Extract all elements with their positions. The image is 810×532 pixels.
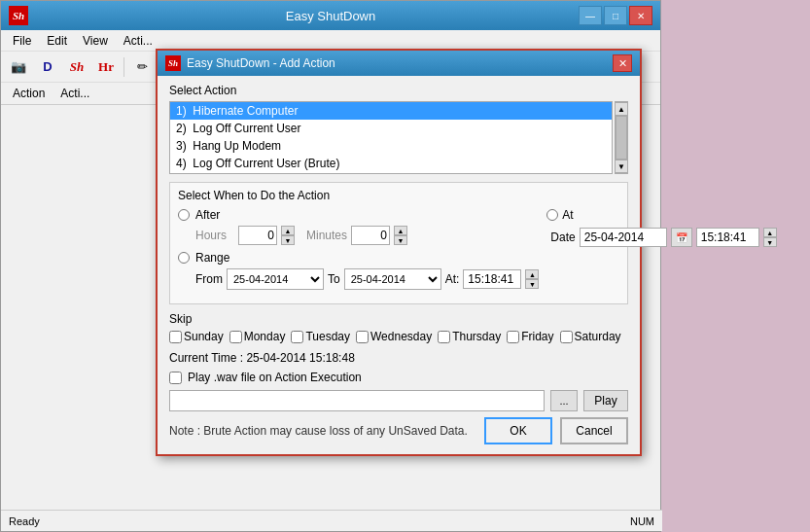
thursday-checkbox[interactable] (438, 331, 450, 343)
scrollbar-down[interactable]: ▼ (615, 160, 628, 173)
action-item-3[interactable]: 3) Hang Up Modem (170, 137, 612, 155)
friday-text: Friday (521, 330, 553, 343)
from-label: From (195, 272, 223, 286)
at-date-input[interactable] (580, 228, 667, 247)
dialog-btn-group: OK Cancel (484, 417, 628, 444)
range-time-input[interactable] (463, 269, 521, 289)
hours-input[interactable] (238, 226, 277, 245)
range-from-select[interactable]: 25-04-2014 (227, 268, 324, 290)
toolbar-btn-hr[interactable]: Hr (92, 54, 120, 80)
wav-browse-button[interactable]: ... (550, 390, 578, 411)
minimize-button[interactable]: — (579, 6, 602, 25)
note-text: Note : Brute Action may cause loss of an… (169, 424, 468, 438)
sunday-text: Sunday (184, 330, 224, 343)
ok-button[interactable]: OK (484, 417, 552, 444)
dialog-titlebar: Sh Easy ShutDown - Add Action ✕ (158, 51, 640, 76)
action-item-2[interactable]: 2) Log Off Current User (170, 120, 612, 137)
range-to-select[interactable]: 25-04-2014 (344, 268, 441, 290)
toolbar-btn-sh[interactable]: Sh (63, 54, 90, 80)
main-titlebar: Sh Easy ShutDown — □ ✕ (1, 1, 660, 30)
maximize-button[interactable]: □ (604, 6, 627, 25)
minutes-down[interactable]: ▼ (394, 235, 407, 245)
friday-checkbox[interactable] (507, 331, 519, 343)
action-item-5[interactable]: 5) Hibernate and Resume (170, 172, 612, 174)
select-action-label: Select Action (169, 84, 628, 97)
at-date-calendar-btn[interactable]: 📅 (671, 228, 692, 247)
toolbar-btn-edit[interactable]: ✏ (128, 54, 156, 80)
saturday-checkbox[interactable] (560, 331, 573, 343)
status-bar: Ready NUM (1, 510, 662, 531)
action-item-3-num: 3) (176, 139, 187, 153)
dialog-app-icon: Sh (165, 55, 181, 71)
list-header-action: Action (5, 85, 53, 102)
wav-file-row: ... Play (169, 390, 628, 411)
dialog-close-button[interactable]: ✕ (613, 54, 632, 72)
dialog-body: Select Action 1) Hibernate Computer 2) L… (158, 76, 640, 454)
wav-checkbox[interactable] (169, 372, 182, 384)
after-row: Hours ▲ ▼ Minutes ▲ ▼ (178, 226, 539, 245)
hours-up[interactable]: ▲ (281, 226, 295, 235)
menu-action[interactable]: Acti... (116, 32, 160, 50)
range-time-spinner: ▲ ▼ (525, 269, 539, 289)
at-time-down[interactable]: ▼ (763, 237, 777, 247)
wednesday-text: Wednesday (370, 330, 432, 343)
main-titlebar-left: Sh (9, 6, 28, 25)
range-radio-row: Range (178, 251, 539, 265)
toolbar-btn-d[interactable]: D (34, 54, 61, 80)
hours-down[interactable]: ▼ (281, 235, 295, 245)
at-time-input[interactable] (696, 228, 759, 247)
action-item-1-num: 1) (176, 104, 187, 118)
wav-file-input[interactable] (169, 390, 545, 411)
menu-file[interactable]: File (5, 32, 39, 50)
scrollbar-up[interactable]: ▲ (615, 102, 628, 116)
menu-view[interactable]: View (75, 32, 116, 50)
hours-spinner: ▲ ▼ (281, 226, 295, 245)
range-time-up[interactable]: ▲ (525, 269, 539, 279)
monday-label: Monday (229, 330, 286, 343)
when-right-col: At Date 📅 ▲ ▼ (546, 208, 776, 247)
after-label: After (195, 208, 220, 222)
note-btn-row: Note : Brute Action may cause loss of an… (169, 417, 628, 444)
date-label: Date (550, 231, 575, 244)
at-time-up[interactable]: ▲ (763, 228, 777, 237)
scrollbar-thumb[interactable] (616, 116, 627, 160)
close-button[interactable]: ✕ (629, 6, 652, 25)
sunday-label: Sunday (169, 330, 224, 343)
range-time-down[interactable]: ▼ (525, 279, 539, 289)
sunday-checkbox[interactable] (169, 331, 182, 343)
at-label: At (562, 208, 573, 222)
status-num: NUM (630, 515, 654, 527)
wav-play-button[interactable]: Play (583, 390, 628, 411)
action-item-1-text: Hibernate Computer (193, 104, 298, 118)
status-text: Ready (9, 515, 40, 527)
minutes-up[interactable]: ▲ (394, 226, 407, 235)
tuesday-checkbox[interactable] (291, 331, 303, 343)
list-scrollbar[interactable]: ▲ ▼ (615, 101, 628, 174)
minutes-spinner: ▲ ▼ (394, 226, 407, 245)
action-list[interactable]: 1) Hibernate Computer 2) Log Off Current… (169, 101, 613, 174)
after-radio[interactable] (178, 209, 190, 221)
minutes-input[interactable] (351, 226, 390, 245)
thursday-label: Thursday (438, 330, 501, 343)
cancel-button[interactable]: Cancel (560, 417, 628, 444)
range-radio[interactable] (178, 252, 190, 264)
saturday-label: Saturday (560, 330, 621, 343)
minutes-label: Minutes (306, 229, 347, 242)
main-window-title: Easy ShutDown (286, 9, 376, 23)
action-item-1[interactable]: 1) Hibernate Computer (170, 102, 612, 120)
to-label: To (328, 272, 340, 286)
when-left-col: After Hours ▲ ▼ Minutes ▲ ▼ (178, 208, 539, 294)
action-item-4-num: 4) (176, 157, 187, 170)
toolbar-btn-photo[interactable]: 📷 (5, 54, 32, 80)
thursday-text: Thursday (452, 330, 501, 343)
at-radio[interactable] (546, 209, 558, 221)
wednesday-checkbox[interactable] (356, 331, 369, 343)
when-columns: After Hours ▲ ▼ Minutes ▲ ▼ (178, 208, 619, 294)
friday-label: Friday (507, 330, 553, 343)
monday-checkbox[interactable] (229, 331, 242, 343)
menu-edit[interactable]: Edit (39, 32, 75, 50)
range-at-label: At: (445, 272, 460, 286)
range-dates-row: From 25-04-2014 To 25-04-2014 At: ▲ ▼ (178, 268, 539, 290)
wav-row: Play .wav file on Action Execution (169, 371, 628, 384)
action-item-4[interactable]: 4) Log Off Current User (Brute) (170, 155, 612, 172)
